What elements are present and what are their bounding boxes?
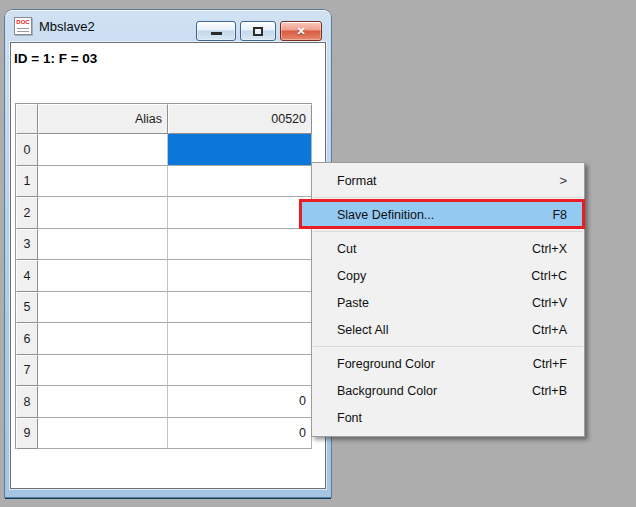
- menu-item-copy[interactable]: CopyCtrl+C: [312, 262, 584, 289]
- grid-row-8: 80: [16, 386, 312, 418]
- menu-item-label: Cut: [337, 242, 356, 256]
- grid-row-3: 3: [16, 229, 312, 261]
- cell-alias-7[interactable]: [38, 355, 168, 387]
- cell-value-4[interactable]: [168, 260, 312, 292]
- grid-row-7: 7: [16, 355, 312, 387]
- menu-separator: [313, 346, 583, 347]
- window-title: Mbslave2: [39, 19, 95, 34]
- document-icon-lines: [17, 27, 29, 34]
- window-controls: ✕: [196, 21, 322, 41]
- menu-shortcut: Ctrl+A: [532, 323, 567, 337]
- cell-alias-1[interactable]: [38, 166, 168, 198]
- cell-alias-2[interactable]: [38, 197, 168, 229]
- cell-value-1[interactable]: [168, 166, 312, 198]
- column-header-alias: Alias: [38, 104, 168, 134]
- menu-item-label: Paste: [337, 296, 369, 310]
- menu-shortcut: Ctrl+V: [532, 296, 567, 310]
- grid-row-0: 0: [16, 134, 312, 166]
- grid-row-2: 2: [16, 197, 312, 229]
- menu-item-label: Font: [337, 411, 362, 425]
- row-header-6[interactable]: 6: [16, 323, 38, 355]
- grid-row-6: 6: [16, 323, 312, 355]
- menu-shortcut: Ctrl+F: [533, 357, 567, 371]
- menu-item-label: Foreground Color: [337, 357, 435, 371]
- cell-alias-5[interactable]: [38, 292, 168, 324]
- cell-value-3[interactable]: [168, 229, 312, 261]
- row-header-8[interactable]: 8: [16, 386, 38, 418]
- mbslave2-window: DOC Mbslave2 ✕ ID = 1: F = 03 Alias00520: [5, 10, 331, 497]
- cell-alias-6[interactable]: [38, 323, 168, 355]
- cell-alias-8[interactable]: [38, 386, 168, 418]
- grid-row-1: 1: [16, 166, 312, 198]
- cell-alias-4[interactable]: [38, 260, 168, 292]
- row-header-9[interactable]: 9: [16, 418, 38, 450]
- maximize-button[interactable]: [240, 21, 276, 41]
- close-icon: ✕: [281, 22, 321, 40]
- row-header-1[interactable]: 1: [16, 166, 38, 198]
- row-header-2[interactable]: 2: [16, 197, 38, 229]
- menu-item-paste[interactable]: PasteCtrl+V: [312, 289, 584, 316]
- document-icon-label: DOC: [16, 19, 29, 25]
- cell-value-8[interactable]: 0: [168, 386, 312, 418]
- document-icon: DOC: [14, 17, 32, 35]
- menu-item-label: Background Color: [337, 384, 437, 398]
- maximize-icon: [253, 27, 263, 36]
- menu-item-foreground-color[interactable]: Foreground ColorCtrl+F: [312, 350, 584, 377]
- cell-value-2[interactable]: [168, 197, 312, 229]
- annotation-highlight-box: [299, 199, 585, 229]
- close-button[interactable]: ✕: [280, 21, 322, 41]
- window-client-area: ID = 1: F = 03 Alias00520 012345678090: [10, 42, 326, 489]
- slave-status-line: ID = 1: F = 03: [11, 43, 325, 66]
- grid-row-4: 4: [16, 260, 312, 292]
- cell-value-7[interactable]: [168, 355, 312, 387]
- register-grid: Alias00520 012345678090: [15, 103, 312, 449]
- grid-body: 012345678090: [16, 134, 312, 449]
- cell-value-0[interactable]: [168, 134, 312, 166]
- minimize-button[interactable]: [196, 21, 236, 41]
- menu-item-cut[interactable]: CutCtrl+X: [312, 235, 584, 262]
- column-header-row: [16, 104, 38, 134]
- row-header-0[interactable]: 0: [16, 134, 38, 166]
- grid-row-5: 5: [16, 292, 312, 324]
- row-header-7[interactable]: 7: [16, 355, 38, 387]
- minimize-icon: [211, 32, 222, 35]
- desktop-background: DOC Mbslave2 ✕ ID = 1: F = 03 Alias00520: [0, 0, 636, 507]
- menu-separator: [313, 231, 583, 232]
- submenu-arrow-icon: >: [559, 173, 567, 188]
- cell-value-6[interactable]: [168, 323, 312, 355]
- row-header-5[interactable]: 5: [16, 292, 38, 324]
- cell-value-5[interactable]: [168, 292, 312, 324]
- row-header-3[interactable]: 3: [16, 229, 38, 261]
- menu-shortcut: Ctrl+B: [532, 384, 567, 398]
- menu-separator: [313, 197, 583, 198]
- cell-value-9[interactable]: 0: [168, 418, 312, 450]
- menu-item-background-color[interactable]: Background ColorCtrl+B: [312, 377, 584, 404]
- cell-alias-3[interactable]: [38, 229, 168, 261]
- menu-item-font[interactable]: Font: [312, 404, 584, 431]
- cell-alias-0[interactable]: [38, 134, 168, 166]
- window-titlebar[interactable]: DOC Mbslave2 ✕: [5, 10, 331, 42]
- column-header-value: 00520: [168, 104, 312, 134]
- cell-alias-9[interactable]: [38, 418, 168, 450]
- menu-shortcut: Ctrl+X: [532, 242, 567, 256]
- grid-header-row: Alias00520: [16, 104, 312, 134]
- menu-item-label: Select All: [337, 323, 388, 337]
- menu-item-format[interactable]: Format>: [312, 167, 584, 194]
- row-header-4[interactable]: 4: [16, 260, 38, 292]
- menu-item-label: Copy: [337, 269, 366, 283]
- grid-row-9: 90: [16, 418, 312, 450]
- menu-item-select-all[interactable]: Select AllCtrl+A: [312, 316, 584, 343]
- menu-item-label: Format: [337, 174, 377, 188]
- menu-shortcut: Ctrl+C: [531, 269, 567, 283]
